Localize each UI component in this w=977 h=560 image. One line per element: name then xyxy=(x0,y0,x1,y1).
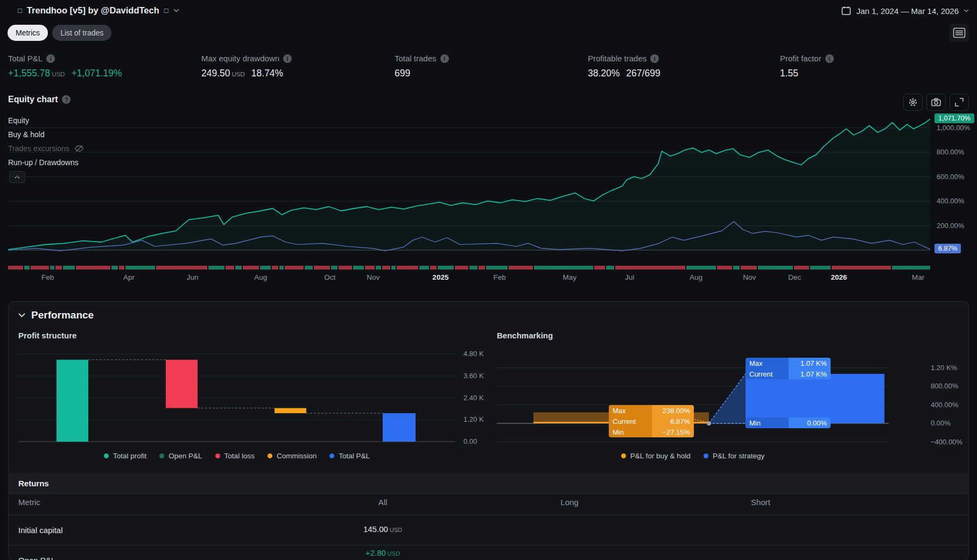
metric-profit-factor: Profit factori 1.55 xyxy=(780,54,834,79)
row-label-initial-capital: Initial capital xyxy=(18,526,63,535)
legend-item-total-pl[interactable]: Total P&L xyxy=(329,452,370,460)
settings-icon xyxy=(908,97,918,107)
metric-profitable-trades: Profitable tradesi 38.20%267/699 xyxy=(588,54,660,79)
metric-secondary: +1,071.19% xyxy=(72,68,122,79)
strategy-tooltip-top: Max1.07 K% Current1.07 K% xyxy=(746,358,831,379)
strategy-title-row[interactable]: □ Trendhoo [v5] by @DaviddTech □ xyxy=(18,5,179,16)
profit-structure-legend: Total profit Open P&L Total loss Commiss… xyxy=(18,452,455,460)
metric-unit: USD xyxy=(232,71,245,77)
benchmarking-legend: P&L for buy & hold P&L for strategy xyxy=(497,452,889,460)
metric-unit: USD xyxy=(52,71,65,77)
metric-total-pl: Total P&Li +1,555.78USD+1,071.19% xyxy=(8,54,122,79)
legend-item-pl-buy-hold[interactable]: P&L for buy & hold xyxy=(621,452,691,460)
performance-panel: Performance Profit structure 4.80 K3.60 … xyxy=(8,301,969,560)
emoji-placeholder-icon: □ xyxy=(18,6,22,15)
series-dot xyxy=(329,453,334,458)
info-icon[interactable]: i xyxy=(440,54,449,63)
column-header-short: Short xyxy=(751,498,770,507)
buyhold-tooltip: Max238.00% Current6.87% Min−27.15% xyxy=(609,405,694,437)
equity-chart-plot[interactable] xyxy=(8,113,930,254)
chevron-down-icon xyxy=(964,9,969,12)
view-tabs: Metrics List of trades xyxy=(8,25,111,41)
column-header-long: Long xyxy=(560,498,578,507)
series-dot xyxy=(268,453,272,458)
returns-section-header: Returns xyxy=(9,473,968,494)
series-dot xyxy=(621,453,626,458)
benchmarking-y-axis: 1.20 K%800.00%400.00%0.00%−400.00% xyxy=(927,349,965,449)
legend-item-total-profit[interactable]: Total profit xyxy=(104,452,146,460)
metric-label: Profit factor xyxy=(780,54,821,63)
legend-item-commission[interactable]: Commission xyxy=(268,452,317,460)
legend-item-total-loss[interactable]: Total loss xyxy=(215,452,255,460)
snapshot-button[interactable] xyxy=(926,94,946,111)
table-divider xyxy=(9,545,968,545)
series-dot xyxy=(215,453,220,458)
metric-value: 699 xyxy=(395,68,410,79)
strategy-tester-page: □ Trendhoo [v5] by @DaviddTech □ Jan 1, … xyxy=(0,0,977,560)
profit-structure-y-axis: 4.80 K3.60 K2.40 K1.20 K0.00 xyxy=(460,349,497,449)
profit-structure-title: Profit structure xyxy=(18,331,76,340)
info-icon[interactable]: i xyxy=(283,54,292,63)
profit-structure-chart[interactable] xyxy=(18,349,455,449)
metric-label: Max equity drawdown xyxy=(201,54,279,63)
tab-list-of-trades[interactable]: List of trades xyxy=(52,25,111,41)
equity-chart-y-axis[interactable]: 1,071.70% 6.87% 1,000.00%800.00%600.00%4… xyxy=(933,113,976,254)
metric-label: Total trades xyxy=(395,54,437,63)
chevron-down-icon[interactable] xyxy=(173,9,179,12)
report-layout-button[interactable] xyxy=(949,24,969,42)
fullscreen-button[interactable] xyxy=(950,94,969,111)
series-dot xyxy=(159,453,164,458)
metric-secondary: 18.74% xyxy=(251,68,283,79)
calendar-icon xyxy=(841,5,852,16)
tab-metrics[interactable]: Metrics xyxy=(8,25,48,41)
info-icon[interactable]: i xyxy=(650,54,659,63)
page-title: Trendhoo [v5] by @DaviddTech xyxy=(27,5,159,16)
performance-header[interactable]: Performance xyxy=(18,309,94,321)
buyhold-current-badge: 6.87% xyxy=(934,244,961,253)
help-icon[interactable]: ? xyxy=(62,95,71,104)
benchmarking-title: Benchmarking xyxy=(497,331,553,340)
legend-item-open-pl[interactable]: Open P&L xyxy=(159,452,202,460)
metric-value: 1.55 xyxy=(780,68,798,79)
date-range-picker[interactable]: Jan 1, 2024 — Mar 14, 2026 xyxy=(841,5,969,16)
runup-drawdown-strip xyxy=(8,266,930,270)
metric-value: +1,555.78 xyxy=(8,68,50,79)
returns-title: Returns xyxy=(18,479,49,488)
emoji-placeholder-icon: □ xyxy=(164,6,168,15)
info-icon[interactable]: i xyxy=(46,54,55,63)
legend-item-pl-strategy[interactable]: P&L for strategy xyxy=(704,452,764,460)
settings-button[interactable] xyxy=(903,94,923,111)
cell-initial-capital-all: 145.00USD xyxy=(363,524,402,534)
performance-title: Performance xyxy=(31,309,94,321)
metric-value: 38.20% xyxy=(588,68,620,79)
cell-open-pl-all: +2.80USD xyxy=(366,548,400,557)
column-header-metric: Metric xyxy=(18,498,40,507)
strategy-tooltip-min: Min0.00% xyxy=(746,417,831,428)
date-range-text: Jan 1, 2024 — Mar 14, 2026 xyxy=(856,6,959,16)
strategy-area xyxy=(746,374,884,423)
metric-value: 249.50 xyxy=(201,68,230,79)
equity-current-badge: 1,071.70% xyxy=(934,114,974,123)
table-divider xyxy=(9,515,968,515)
crossover-dot xyxy=(707,421,711,426)
metric-total-trades: Total tradesi 699 xyxy=(395,54,449,79)
equity-chart-x-axis[interactable]: FebAprJunAugOctNov2025FebMayJulAugNovDec… xyxy=(8,273,930,284)
row-label-open-pl: Open P&L xyxy=(18,556,55,560)
series-dot xyxy=(104,453,109,458)
fullscreen-icon xyxy=(955,98,964,107)
equity-chart-title: Equity chart? xyxy=(8,95,71,104)
column-header-all: All xyxy=(378,498,388,507)
list-icon xyxy=(953,27,966,38)
metric-max-drawdown: Max equity drawdowni 249.50USD18.74% xyxy=(201,54,292,79)
metric-label: Profitable trades xyxy=(588,54,646,63)
series-dot xyxy=(704,453,708,458)
metric-secondary: 267/699 xyxy=(626,68,660,79)
camera-icon xyxy=(931,98,941,107)
equity-chart-toolbar xyxy=(903,94,969,111)
chevron-down-icon xyxy=(18,313,25,317)
metric-label: Total P&L xyxy=(8,54,43,63)
info-icon[interactable]: i xyxy=(825,54,834,63)
